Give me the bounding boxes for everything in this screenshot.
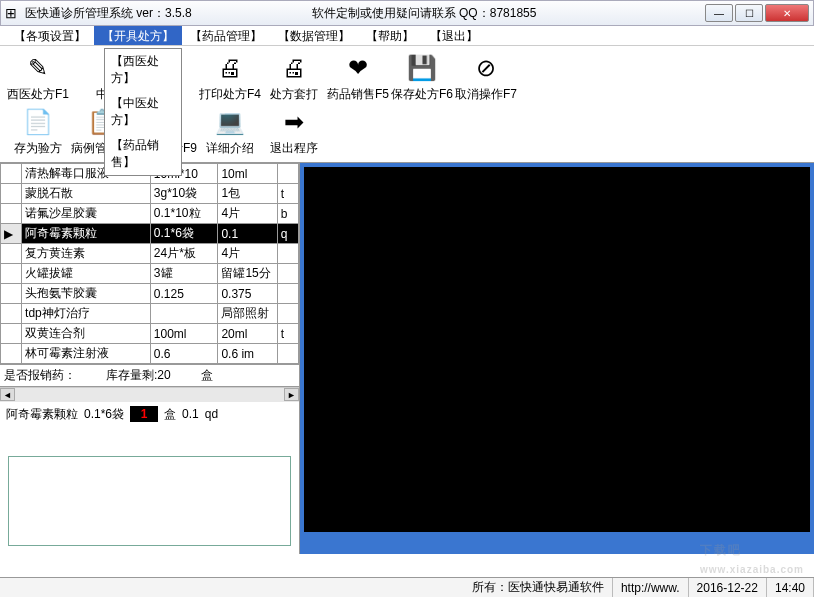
- minimize-button[interactable]: —: [705, 4, 733, 22]
- status-bar: 所有：医快通快易通软件 http://www. 2016-12-22 14:40: [0, 577, 814, 597]
- dropdown-item-2[interactable]: 【药品销售】: [105, 133, 181, 175]
- toolbar-icon: ⊘: [470, 52, 502, 84]
- menu-bar: 【各项设置】【开具处方】【药品管理】【数据管理】【帮助】【退出】: [0, 26, 814, 46]
- toolbar-label: 详细介绍: [206, 140, 254, 157]
- toolbar-label: 取消操作F7: [455, 86, 517, 103]
- toolbar-处方套打[interactable]: 🖨处方套打: [262, 50, 326, 104]
- toolbar-icon: ❤: [342, 52, 374, 84]
- toolbar-label: 存为验方: [14, 140, 62, 157]
- prescription-dropdown: 【西医处方】【中医处方】【药品销售】: [104, 48, 182, 176]
- title-bar: ⊞ 医快通诊所管理系统 ver：3.5.8 软件定制或使用疑问请联系 QQ：87…: [0, 0, 814, 26]
- stock-unit: 盒: [201, 367, 213, 384]
- toolbar-label: 处方套打: [270, 86, 318, 103]
- edit-freq: qd: [205, 407, 218, 421]
- close-button[interactable]: ✕: [765, 4, 809, 22]
- toolbar-存为验方[interactable]: 📄存为验方: [6, 104, 70, 158]
- menu-item-5[interactable]: 【退出】: [422, 26, 486, 45]
- menu-item-1[interactable]: 【开具处方】: [94, 26, 182, 45]
- edit-spec: 0.1*6袋: [84, 406, 124, 423]
- table-row[interactable]: tdp神灯治疗局部照射: [1, 304, 299, 324]
- window-title: 医快通诊所管理系统 ver：3.5.8: [25, 5, 192, 22]
- qty-input[interactable]: 1: [130, 406, 158, 422]
- menu-item-4[interactable]: 【帮助】: [358, 26, 422, 45]
- medicine-grid[interactable]: 清热解毒口服液10ml*1010ml蒙脱石散3g*10袋1包t诺氟沙星胶囊0.1…: [0, 163, 299, 364]
- stock-row: 是否报销药： 库存量剩:20 盒: [0, 364, 299, 387]
- toolbar-label: 药品销售F5: [327, 86, 389, 103]
- table-row[interactable]: 双黄连合剂100ml20mlt: [1, 324, 299, 344]
- toolbar-详细介绍[interactable]: 💻详细介绍: [198, 104, 262, 158]
- left-pane: 清热解毒口服液10ml*1010ml蒙脱石散3g*10袋1包t诺氟沙星胶囊0.1…: [0, 163, 300, 554]
- toolbar-icon: ➡: [278, 106, 310, 138]
- toolbar-icon: 🖨: [278, 52, 310, 84]
- scroll-left-icon[interactable]: ◄: [0, 388, 15, 401]
- status-owner: 所有：医快通快易通软件: [464, 578, 613, 597]
- dropdown-item-0[interactable]: 【西医处方】: [105, 49, 181, 91]
- table-row[interactable]: 蒙脱石散3g*10袋1包t: [1, 184, 299, 204]
- menu-item-0[interactable]: 【各项设置】: [6, 26, 94, 45]
- stock-label: 库存量剩:20: [106, 367, 171, 384]
- scroll-right-icon[interactable]: ►: [284, 388, 299, 401]
- edit-dose: 0.1: [182, 407, 199, 421]
- table-row[interactable]: 诺氟沙星胶囊0.1*10粒4片b: [1, 204, 299, 224]
- edit-unit: 盒: [164, 406, 176, 423]
- menu-item-3[interactable]: 【数据管理】: [270, 26, 358, 45]
- toolbar-label: 打印处方F4: [199, 86, 261, 103]
- toolbar-icon: ✎: [22, 52, 54, 84]
- dropdown-item-1[interactable]: 【中医处方】: [105, 91, 181, 133]
- toolbar-保存处方F6[interactable]: 💾保存处方F6: [390, 50, 454, 104]
- toolbar-退出程序[interactable]: ➡退出程序: [262, 104, 326, 158]
- maximize-button[interactable]: ☐: [735, 4, 763, 22]
- toolbar-label: 保存处方F6: [391, 86, 453, 103]
- toolbar-label: 西医处方F1: [7, 86, 69, 103]
- table-row[interactable]: 头孢氨苄胶囊0.1250.375: [1, 284, 299, 304]
- toolbar-icon: 🖨: [214, 52, 246, 84]
- toolbar-打印处方F4[interactable]: 🖨打印处方F4: [198, 50, 262, 104]
- app-icon: ⊞: [5, 5, 21, 21]
- table-row[interactable]: 林可霉素注射液0.60.6 im: [1, 344, 299, 364]
- h-scrollbar[interactable]: ◄ ►: [0, 387, 299, 402]
- status-url[interactable]: http://www.: [613, 578, 689, 597]
- notes-textarea[interactable]: [8, 456, 291, 546]
- toolbar-icon: 💻: [214, 106, 246, 138]
- toolbar-药品销售F5[interactable]: ❤药品销售F5: [326, 50, 390, 104]
- toolbar-取消操作F7[interactable]: ⊘取消操作F7: [454, 50, 518, 104]
- table-row[interactable]: 火罐拔罐3罐留罐15分: [1, 264, 299, 284]
- toolbar-label: 退出程序: [270, 140, 318, 157]
- edit-name: 阿奇霉素颗粒: [6, 406, 78, 423]
- toolbar-icon: 📄: [22, 106, 54, 138]
- table-row[interactable]: 复方黄连素24片*板4片: [1, 244, 299, 264]
- menu-item-2[interactable]: 【药品管理】: [182, 26, 270, 45]
- table-row[interactable]: ▶阿奇霉素颗粒0.1*6袋0.1q: [1, 224, 299, 244]
- reimburse-label: 是否报销药：: [4, 367, 76, 384]
- edit-row: 阿奇霉素颗粒 0.1*6袋 1 盒 0.1 qd: [0, 402, 299, 426]
- window-subtitle: 软件定制或使用疑问请联系 QQ：8781855: [312, 5, 537, 22]
- preview-area: [304, 167, 810, 532]
- toolbar-icon: 💾: [406, 52, 438, 84]
- status-date: 2016-12-22: [689, 578, 767, 597]
- right-pane: [300, 163, 814, 554]
- toolbar-西医处方F1[interactable]: ✎西医处方F1: [6, 50, 70, 104]
- status-time: 14:40: [767, 578, 814, 597]
